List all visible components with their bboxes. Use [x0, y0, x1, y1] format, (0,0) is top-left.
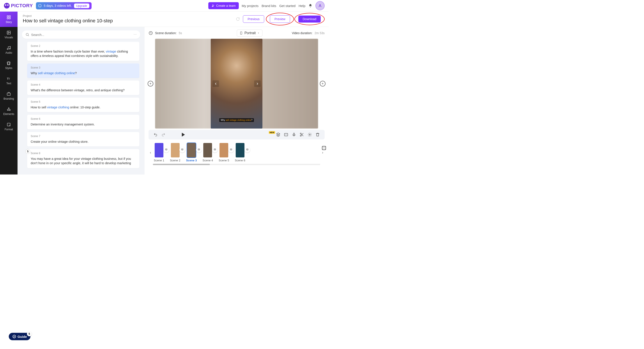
sidebar-item-audio[interactable]: Audio [0, 42, 18, 57]
add-scene-before-button[interactable]: + [148, 81, 153, 86]
layers-button[interactable] [276, 132, 281, 137]
sidebar-item-styles[interactable]: Styles [0, 57, 18, 73]
play-button[interactable] [182, 133, 185, 137]
sidebar-item-label: Elements [3, 112, 14, 116]
filmstrip-thumb[interactable] [203, 143, 212, 157]
delete-button[interactable] [315, 132, 320, 137]
svg-point-4 [213, 5, 214, 5]
scene-card[interactable]: Scene 7Create your online vintage clothi… [27, 132, 139, 146]
filmstrip-scrollbar[interactable] [153, 164, 320, 165]
trim-button[interactable] [299, 132, 304, 137]
nav-my-projects[interactable]: My projects [242, 4, 259, 8]
avatar[interactable]: A [316, 1, 325, 10]
layers-icon[interactable] [228, 147, 234, 153]
prev-scene-arrow[interactable]: ‹ [212, 80, 219, 87]
filmstrip-label: Scene 4 [202, 159, 213, 162]
undo-button[interactable] [153, 132, 158, 137]
layers-icon[interactable] [180, 147, 185, 153]
add-scene-after-button[interactable]: + [320, 81, 326, 86]
nav-brand-kits[interactable]: Brand kits [262, 4, 276, 8]
layers-icon[interactable] [196, 147, 202, 153]
redo-button[interactable] [161, 132, 166, 137]
scene-text[interactable]: Why sell vintage clothing online? [31, 71, 136, 75]
bell-icon[interactable] [308, 4, 312, 8]
filmstrip-item[interactable]: Scene 5 [218, 143, 229, 162]
next-scene-arrow[interactable]: › [254, 80, 261, 87]
voiceover-button[interactable] [291, 132, 296, 137]
phone-frame[interactable]: ‹ › Why sell vintage clothing online? [211, 39, 262, 128]
svg-point-3 [212, 4, 213, 5]
story-panel: 〰 Scene 2In a time where fashion trends … [18, 27, 144, 174]
layers-icon[interactable] [164, 147, 169, 153]
sidebar-item-elements[interactable]: Elements [0, 104, 18, 119]
sidebar-item-text[interactable]: TT Text [0, 73, 18, 88]
upgrade-button[interactable]: Upgrade [74, 3, 89, 8]
sidebar-item-format[interactable]: Format [0, 119, 18, 134]
caption-overlay[interactable]: Why sell vintage clothing online? [219, 118, 254, 122]
filmstrip-label: Scene 3 [186, 159, 197, 162]
filmstrip-item[interactable]: Scene 1 [154, 143, 164, 162]
filmstrip-item[interactable]: Scene 6 [235, 143, 245, 162]
topbar: PICTORY 5 days, 3 videos left. Upgrade C… [0, 0, 328, 11]
filmstrip-thumb[interactable] [187, 143, 196, 157]
refresh-icon[interactable] [236, 17, 240, 21]
scene-text[interactable]: You may have a great idea for your vinta… [31, 157, 136, 166]
scene-card[interactable]: Scene 4What's the difference between vin… [27, 81, 139, 95]
filmstrip-thumb[interactable] [236, 143, 244, 157]
filmstrip-next[interactable]: › [321, 151, 325, 155]
filmstrip-add[interactable]: + [322, 146, 326, 150]
search-box[interactable]: 〰 [22, 30, 140, 39]
layers-icon[interactable] [212, 147, 218, 153]
filmstrip-prev[interactable]: ‹ [148, 151, 152, 155]
create-team-label: Create a team [216, 4, 236, 7]
sidebar-item-story[interactable]: Story [0, 11, 18, 27]
captions-button[interactable] [284, 132, 289, 137]
sidebar-item-branding[interactable]: Branding [0, 88, 18, 104]
filmstrip-item[interactable]: Scene 2 [170, 143, 180, 162]
scene-text[interactable]: How to sell vintage clothing online: 10-… [31, 105, 136, 109]
svg-point-21 [26, 33, 28, 36]
scene-text[interactable]: What's the difference between vintage, r… [31, 88, 136, 92]
scene-badge: 5 [26, 149, 30, 154]
sidebar-item-label: Audio [6, 51, 12, 54]
search-input[interactable] [31, 33, 132, 36]
scene-list[interactable]: Scene 2In a time where fashion trends cy… [22, 42, 140, 174]
crop-icon [6, 122, 11, 127]
nav-get-started[interactable]: Get started [279, 4, 296, 8]
svg-point-12 [10, 48, 10, 49]
filmstrip-thumb[interactable] [155, 143, 164, 157]
layers-icon[interactable] [244, 147, 250, 153]
filmstrip-track[interactable]: Scene 1Scene 2Scene 3Scene 4Scene 5Scene… [154, 142, 319, 163]
scene-text[interactable]: Create your online vintage clothing stor… [31, 139, 136, 144]
caption-highlight: sell vintage clothing online [226, 119, 251, 121]
scene-text[interactable]: In a time where fashion trends cycle fas… [31, 49, 136, 58]
filmstrip-item[interactable]: Scene 4 [202, 143, 213, 162]
collapse-icon[interactable]: 〰 [134, 33, 137, 36]
sidebar-item-visuals[interactable]: Visuals [0, 27, 18, 42]
create-team-button[interactable]: Create a team [208, 2, 239, 9]
download-button[interactable]: Download [298, 15, 321, 22]
nav-help[interactable]: Help [298, 4, 305, 8]
people-icon [212, 4, 215, 7]
settings-button[interactable] [307, 132, 312, 137]
filmstrip-item[interactable]: Scene 3 [186, 143, 197, 162]
scene-card[interactable]: Scene 3Why sell vintage clothing online? [27, 63, 139, 78]
scene-text[interactable]: Determine an inventory management system… [31, 122, 136, 127]
filmstrip-thumb[interactable] [171, 143, 180, 157]
brand-logo[interactable]: PICTORY [4, 3, 33, 8]
scene-card[interactable]: Scene 6Determine an inventory management… [27, 115, 139, 129]
orientation-select[interactable]: Portrait [237, 29, 263, 36]
music-icon [6, 45, 11, 50]
phone-icon [240, 31, 243, 35]
scene-duration-value[interactable]: 5s [179, 31, 182, 35]
scene-card[interactable]: Scene 5How to sell vintage clothing onli… [27, 98, 139, 112]
scene-card[interactable]: 5Scene 8You may have a great idea for yo… [27, 149, 139, 168]
filmstrip-thumb[interactable] [220, 143, 228, 157]
scene-label: Scene 7 [31, 135, 136, 138]
scene-card[interactable]: Scene 2In a time where fashion trends cy… [27, 42, 139, 61]
preview-button[interactable]: Preview [270, 15, 290, 23]
project-title[interactable]: How to sell vintage clothing online 10-s… [23, 18, 236, 24]
scene-label: Scene 2 [31, 44, 136, 47]
scene-label: Scene 8 [31, 152, 136, 155]
previous-button[interactable]: Previous [243, 15, 264, 23]
